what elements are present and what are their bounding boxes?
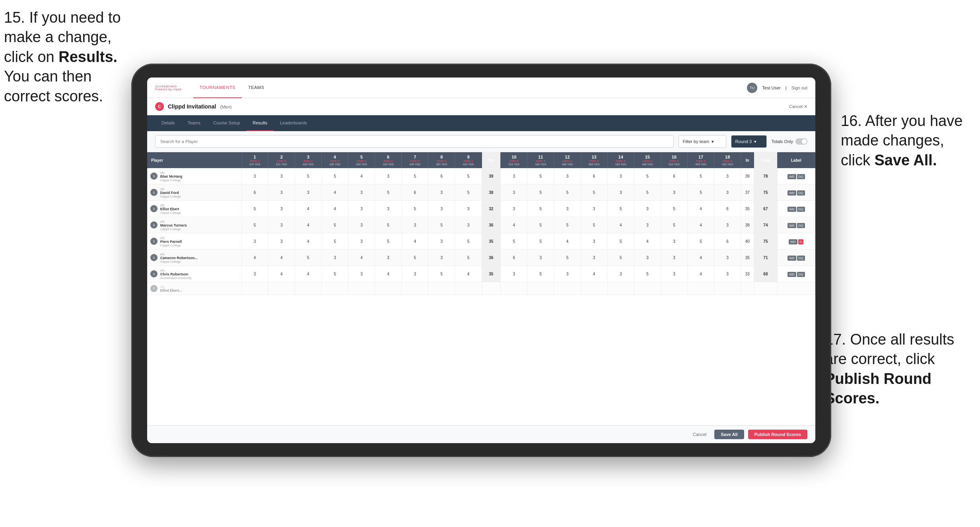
score-cell[interactable]: 3 [607,168,634,184]
cancel-tournament-button[interactable]: Cancel ✕ [789,104,807,109]
score-cell[interactable]: 4 [348,250,375,266]
score-cell[interactable]: 3 [661,233,687,250]
tab-course-setup[interactable]: Course Setup [207,115,246,131]
score-cell[interactable]: 3 [661,266,687,282]
score-cell[interactable]: 3 [295,184,321,201]
score-cell[interactable]: 3 [661,184,687,201]
score-cell[interactable]: 5 [554,217,581,233]
score-cell[interactable]: 5 [241,217,268,233]
score-cell[interactable]: 3 [428,184,455,201]
score-cell[interactable]: 3 [581,233,607,250]
score-cell[interactable]: 5 [527,217,554,233]
score-cell[interactable]: 5 [687,168,714,184]
score-cell[interactable]: 4 [687,201,714,217]
score-cell[interactable]: 5 [402,168,428,184]
score-cell[interactable]: 5 [375,184,402,201]
score-cell[interactable]: 3 [634,217,661,233]
score-cell[interactable]: 3 [348,201,375,217]
score-cell[interactable]: 3 [428,250,455,266]
score-cell[interactable]: 5 [428,217,455,233]
score-cell[interactable]: 3 [455,217,482,233]
score-cell[interactable]: 5 [295,250,321,266]
score-cell[interactable]: 6 [581,168,607,184]
score-cell[interactable]: 5 [527,201,554,217]
score-cell[interactable]: 3 [581,250,607,266]
score-cell[interactable]: 6 [501,250,527,266]
score-cell[interactable]: 3 [714,266,741,282]
score-cell[interactable]: 4 [348,168,375,184]
score-cell[interactable]: 4 [687,250,714,266]
score-cell[interactable]: 4 [581,266,607,282]
score-cell[interactable]: 5 [527,184,554,201]
score-cell[interactable]: 4 [455,266,482,282]
score-cell[interactable]: 4 [554,233,581,250]
score-cell[interactable]: 6 [428,168,455,184]
score-cell[interactable]: 4 [321,201,348,217]
score-cell[interactable]: 3 [402,217,428,233]
score-cell[interactable]: 5 [687,184,714,201]
score-cell[interactable]: 3 [501,266,527,282]
round-dropdown[interactable]: Round 3 ▾ [731,135,767,148]
score-cell[interactable]: 3 [428,201,455,217]
score-cell[interactable]: 3 [268,201,295,217]
score-cell[interactable]: 5 [607,233,634,250]
score-cell[interactable]: 3 [348,217,375,233]
score-cell[interactable]: 5 [375,217,402,233]
score-cell[interactable]: 3 [607,184,634,201]
score-cell[interactable]: 5 [607,250,634,266]
score-cell[interactable]: 4 [295,233,321,250]
score-cell[interactable]: 3 [375,168,402,184]
totals-only-toggle[interactable]: Totals Only [772,138,807,145]
score-cell[interactable]: 6 [241,184,268,201]
score-cell[interactable]: 3 [348,233,375,250]
score-cell[interactable]: 3 [714,168,741,184]
score-cell[interactable]: 5 [634,266,661,282]
score-cell[interactable]: 5 [321,233,348,250]
score-cell[interactable]: 4 [295,217,321,233]
toggle-switch[interactable] [795,138,807,145]
score-cell[interactable]: 3 [501,201,527,217]
tab-results[interactable]: Results [246,115,274,131]
score-cell[interactable]: 3 [268,217,295,233]
score-cell[interactable]: 5 [581,184,607,201]
score-cell[interactable]: 5 [501,233,527,250]
score-cell[interactable]: 3 [554,201,581,217]
score-cell[interactable]: 5 [375,233,402,250]
score-cell[interactable]: 5 [241,201,268,217]
save-all-button[interactable]: Save All [714,430,744,439]
score-cell[interactable]: 4 [607,217,634,233]
score-cell[interactable]: 3 [607,266,634,282]
score-cell[interactable]: 3 [554,266,581,282]
score-cell[interactable]: 4 [295,201,321,217]
cancel-button[interactable]: Cancel [689,430,710,439]
score-cell[interactable]: 5 [455,168,482,184]
score-cell[interactable]: 3 [268,233,295,250]
score-cell[interactable]: 5 [634,168,661,184]
score-cell[interactable]: 6 [661,168,687,184]
score-cell[interactable]: 5 [455,184,482,201]
score-cell[interactable]: 3 [661,250,687,266]
score-cell[interactable]: 4 [268,266,295,282]
score-cell[interactable]: 4 [402,233,428,250]
score-cell[interactable]: 5 [661,201,687,217]
score-cell[interactable]: 5 [554,250,581,266]
score-cell[interactable]: 5 [527,266,554,282]
score-cell[interactable]: 5 [581,217,607,233]
score-cell[interactable]: 3 [321,250,348,266]
score-cell[interactable]: 3 [554,168,581,184]
score-cell[interactable]: 3 [527,250,554,266]
score-cell[interactable]: 4 [634,233,661,250]
score-cell[interactable]: 5 [455,250,482,266]
score-cell[interactable]: 6 [714,233,741,250]
score-cell[interactable]: 3 [581,201,607,217]
tab-leaderboards[interactable]: Leaderboards [274,115,313,131]
score-cell[interactable]: 5 [295,168,321,184]
score-cell[interactable]: 5 [321,217,348,233]
score-cell[interactable]: 3 [268,184,295,201]
score-cell[interactable]: 3 [634,250,661,266]
score-cell[interactable]: 3 [455,201,482,217]
player-search-input[interactable] [155,135,674,148]
score-cell[interactable]: 5 [428,266,455,282]
score-cell[interactable]: 5 [607,201,634,217]
score-cell[interactable]: 3 [241,168,268,184]
